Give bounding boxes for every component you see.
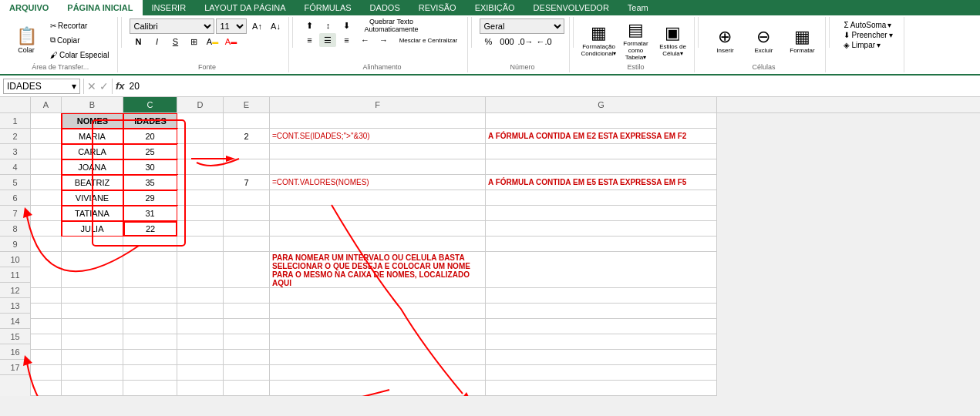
cell-f13[interactable] (270, 319, 486, 334)
cell-b14[interactable] (62, 334, 123, 350)
cell-f12[interactable] (270, 304, 486, 319)
cell-b2[interactable]: MARIA (62, 129, 123, 144)
wrap-text-button[interactable]: Quebrar Texto Automaticamente (356, 18, 426, 32)
cell-e9[interactable] (224, 237, 270, 252)
decrease-indent-button[interactable]: ← (356, 33, 373, 47)
cell-d12[interactable] (177, 304, 224, 319)
cell-d11[interactable] (177, 288, 224, 304)
cell-g10[interactable] (486, 252, 717, 288)
row-num-14[interactable]: 14 (0, 314, 30, 329)
row-num-17[interactable]: 17 (0, 360, 30, 375)
cell-g12[interactable] (486, 304, 717, 319)
cell-e3[interactable] (224, 144, 270, 159)
cell-e4[interactable] (224, 159, 270, 175)
cell-a5[interactable] (31, 175, 62, 190)
col-header-a[interactable]: A (31, 97, 62, 112)
border-button[interactable]: ⊞ (185, 35, 202, 49)
format-as-table-button[interactable]: ▤ Formatar comoTabela▾ (618, 20, 652, 60)
cell-c6[interactable]: 29 (123, 190, 177, 206)
increase-decimal-button[interactable]: .0→ (517, 35, 534, 49)
comma-button[interactable]: 000 (498, 35, 515, 49)
align-right-button[interactable]: ≡ (338, 33, 355, 47)
cell-g4[interactable] (486, 159, 717, 175)
tab-exibicao[interactable]: EXIBIÇÃO (466, 0, 524, 15)
align-bottom-button[interactable]: ⬇ (338, 18, 355, 32)
cell-c4[interactable]: 30 (123, 159, 177, 175)
cell-b10[interactable] (62, 252, 123, 288)
align-top-button[interactable]: ⬆ (301, 18, 318, 32)
cell-a11[interactable] (31, 288, 62, 304)
cell-f3[interactable] (270, 144, 486, 159)
cut-button[interactable]: ✂ Recortar (46, 18, 113, 32)
cell-a1[interactable] (31, 113, 62, 129)
cell-c16[interactable] (123, 365, 177, 381)
cell-g13[interactable] (486, 319, 717, 334)
cell-c15[interactable] (123, 350, 177, 365)
cell-b15[interactable] (62, 350, 123, 365)
cell-e5[interactable]: 7 (224, 175, 270, 190)
cell-e2[interactable]: 2 (224, 129, 270, 144)
cell-d5[interactable] (177, 175, 224, 190)
cell-c10[interactable] (123, 252, 177, 288)
clear-item[interactable]: ◈ Limpar ▾ (842, 40, 882, 50)
cell-e11[interactable] (224, 288, 270, 304)
italic-button[interactable]: I (148, 35, 165, 49)
cell-g6[interactable] (486, 190, 717, 206)
cell-f9[interactable] (270, 237, 486, 252)
cell-e16[interactable] (224, 365, 270, 381)
cell-f11[interactable] (270, 288, 486, 304)
insert-button[interactable]: ⊕ Inserir (706, 20, 743, 60)
col-header-d[interactable]: D (177, 97, 224, 112)
merge-center-button[interactable]: Mesclar e Centralizar (393, 33, 463, 47)
cell-b8[interactable]: JULIA (62, 221, 123, 237)
cell-e1[interactable] (224, 113, 270, 129)
row-num-10[interactable]: 10 (0, 252, 30, 267)
format-button[interactable]: ▦ Formatar (783, 20, 820, 60)
col-header-g[interactable]: G (486, 97, 717, 112)
row-num-4[interactable]: 4 (0, 159, 30, 175)
cell-c5[interactable]: 35 (123, 175, 177, 190)
cell-d8[interactable] (177, 221, 224, 237)
cancel-icon[interactable]: ✕ (87, 80, 96, 92)
cell-d3[interactable] (177, 144, 224, 159)
cell-g15[interactable] (486, 350, 717, 365)
cell-c9[interactable] (123, 237, 177, 252)
cell-e17[interactable] (224, 381, 270, 396)
formula-input[interactable] (128, 79, 977, 93)
cell-b1[interactable]: NOMES (62, 113, 123, 129)
cell-a3[interactable] (31, 144, 62, 159)
cell-g3[interactable] (486, 144, 717, 159)
row-num-12[interactable]: 12 (0, 283, 30, 298)
cell-b9[interactable] (62, 237, 123, 252)
cell-a15[interactable] (31, 350, 62, 365)
cell-c3[interactable]: 25 (123, 144, 177, 159)
cell-e13[interactable] (224, 319, 270, 334)
row-num-16[interactable]: 16 (0, 344, 30, 360)
cell-f8[interactable] (270, 221, 486, 237)
cell-a2[interactable] (31, 129, 62, 144)
cell-d16[interactable] (177, 365, 224, 381)
cell-g11[interactable] (486, 288, 717, 304)
cell-d15[interactable] (177, 350, 224, 365)
cell-b11[interactable] (62, 288, 123, 304)
bold-button[interactable]: N (130, 35, 146, 49)
conditional-format-button[interactable]: ▦ FormataçãoCondicional▾ (581, 20, 615, 60)
cell-f5[interactable]: =CONT.VALORES(NOMES) (270, 175, 486, 190)
copy-button[interactable]: ⧉ Copiar (46, 33, 113, 47)
cell-g8[interactable] (486, 221, 717, 237)
cell-f7[interactable] (270, 206, 486, 221)
font-name-select[interactable]: Calibri (130, 18, 214, 34)
tab-team[interactable]: Team (618, 0, 658, 15)
decrease-font-button[interactable]: A↓ (267, 19, 284, 33)
cell-e6[interactable] (224, 190, 270, 206)
col-header-c[interactable]: C (123, 97, 177, 112)
underline-button[interactable]: S (167, 35, 184, 49)
cell-c13[interactable] (123, 319, 177, 334)
tab-inserir[interactable]: INSERIR (143, 0, 196, 15)
cell-a14[interactable] (31, 334, 62, 350)
cell-b7[interactable]: TATIANA (62, 206, 123, 221)
cell-c17[interactable] (123, 381, 177, 396)
cell-f16[interactable] (270, 365, 486, 381)
cell-g2[interactable]: A FÓRMULA CONTIDA EM E2 ESTA EXPRESSA EM… (486, 129, 717, 144)
cell-d9[interactable] (177, 237, 224, 252)
